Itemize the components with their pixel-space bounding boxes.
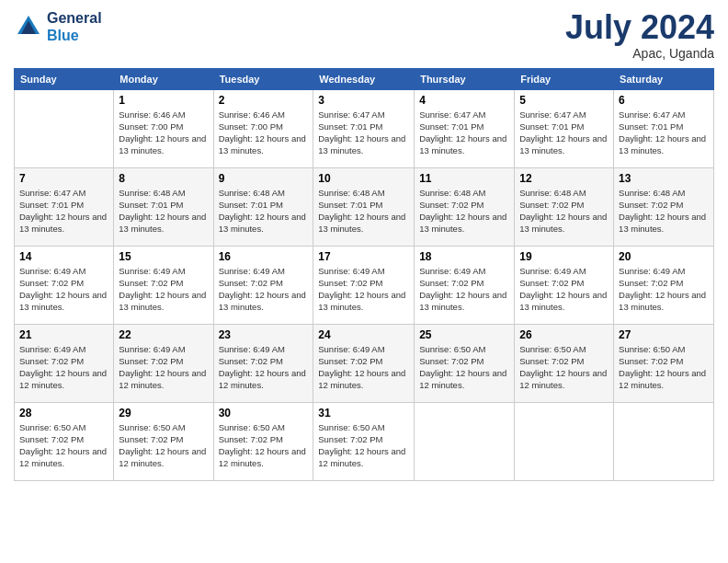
calendar-cell: 22Sunrise: 6:49 AMSunset: 7:02 PMDayligh… <box>114 324 213 402</box>
day-info: Sunrise: 6:49 AMSunset: 7:02 PMDaylight:… <box>219 343 309 392</box>
day-info: Sunrise: 6:46 AMSunset: 7:00 PMDaylight:… <box>119 109 208 157</box>
calendar-cell <box>515 402 614 480</box>
calendar-cell: 10Sunrise: 6:48 AMSunset: 7:01 PMDayligh… <box>313 167 415 246</box>
calendar-header-wednesday: Wednesday <box>313 68 415 89</box>
day-number: 30 <box>219 407 309 419</box>
calendar-cell: 9Sunrise: 6:48 AMSunset: 7:01 PMDaylight… <box>213 167 313 246</box>
day-info: Sunrise: 6:49 AMSunset: 7:02 PMDaylight:… <box>119 343 208 392</box>
day-info: Sunrise: 6:50 AMSunset: 7:02 PMDaylight:… <box>19 421 108 470</box>
day-info: Sunrise: 6:47 AMSunset: 7:01 PMDaylight:… <box>419 109 509 157</box>
day-number: 24 <box>318 328 409 341</box>
day-info: Sunrise: 6:47 AMSunset: 7:01 PMDaylight:… <box>318 109 409 157</box>
day-info: Sunrise: 6:49 AMSunset: 7:02 PMDaylight:… <box>219 265 309 314</box>
day-number: 2 <box>219 94 309 107</box>
day-number: 13 <box>619 172 709 185</box>
calendar-header-saturday: Saturday <box>614 68 714 89</box>
day-number: 3 <box>318 94 409 107</box>
day-number: 1 <box>119 94 208 107</box>
day-info: Sunrise: 6:47 AMSunset: 7:01 PMDaylight:… <box>519 109 609 157</box>
day-number: 12 <box>519 172 609 185</box>
day-info: Sunrise: 6:49 AMSunset: 7:02 PMDaylight:… <box>19 265 108 314</box>
calendar-week-4: 28Sunrise: 6:50 AMSunset: 7:02 PMDayligh… <box>15 402 714 480</box>
logo: General Blue <box>14 9 102 44</box>
day-number: 9 <box>219 172 309 185</box>
day-number: 31 <box>318 407 409 419</box>
day-number: 28 <box>19 407 108 419</box>
calendar-cell <box>614 402 714 480</box>
day-info: Sunrise: 6:48 AMSunset: 7:01 PMDaylight:… <box>318 187 409 236</box>
calendar-table: SundayMondayTuesdayWednesdayThursdayFrid… <box>14 68 714 481</box>
calendar-cell: 20Sunrise: 6:49 AMSunset: 7:02 PMDayligh… <box>614 246 714 324</box>
day-info: Sunrise: 6:47 AMSunset: 7:01 PMDaylight:… <box>19 187 108 236</box>
calendar-cell: 17Sunrise: 6:49 AMSunset: 7:02 PMDayligh… <box>313 246 415 324</box>
calendar-cell: 4Sunrise: 6:47 AMSunset: 7:01 PMDaylight… <box>415 89 515 167</box>
day-info: Sunrise: 6:46 AMSunset: 7:00 PMDaylight:… <box>219 109 309 157</box>
calendar-header-thursday: Thursday <box>415 68 515 89</box>
day-info: Sunrise: 6:49 AMSunset: 7:02 PMDaylight:… <box>419 265 509 314</box>
calendar-cell: 31Sunrise: 6:50 AMSunset: 7:02 PMDayligh… <box>313 402 415 480</box>
calendar-cell: 28Sunrise: 6:50 AMSunset: 7:02 PMDayligh… <box>15 402 114 480</box>
calendar-cell: 16Sunrise: 6:49 AMSunset: 7:02 PMDayligh… <box>213 246 313 324</box>
subtitle: Apac, Uganda <box>565 46 714 61</box>
calendar-cell: 18Sunrise: 6:49 AMSunset: 7:02 PMDayligh… <box>415 246 515 324</box>
header: General Blue July 2024 Apac, Uganda <box>14 9 714 61</box>
calendar-cell: 25Sunrise: 6:50 AMSunset: 7:02 PMDayligh… <box>415 324 515 402</box>
calendar-cell: 6Sunrise: 6:47 AMSunset: 7:01 PMDaylight… <box>614 89 714 167</box>
calendar-cell: 11Sunrise: 6:48 AMSunset: 7:02 PMDayligh… <box>415 167 515 246</box>
day-number: 14 <box>19 250 108 263</box>
logo-icon <box>14 12 43 41</box>
day-info: Sunrise: 6:48 AMSunset: 7:02 PMDaylight:… <box>419 187 509 236</box>
calendar-cell: 27Sunrise: 6:50 AMSunset: 7:02 PMDayligh… <box>614 324 714 402</box>
day-number: 19 <box>519 250 609 263</box>
day-number: 8 <box>119 172 208 185</box>
calendar-header-sunday: Sunday <box>15 68 114 89</box>
calendar-cell: 29Sunrise: 6:50 AMSunset: 7:02 PMDayligh… <box>114 402 213 480</box>
calendar-header-friday: Friday <box>515 68 614 89</box>
calendar-cell: 21Sunrise: 6:49 AMSunset: 7:02 PMDayligh… <box>15 324 114 402</box>
calendar-header-monday: Monday <box>114 68 213 89</box>
day-number: 7 <box>19 172 108 185</box>
day-info: Sunrise: 6:49 AMSunset: 7:02 PMDaylight:… <box>519 265 609 314</box>
day-info: Sunrise: 6:49 AMSunset: 7:02 PMDaylight:… <box>318 265 409 314</box>
day-number: 21 <box>19 328 108 341</box>
day-info: Sunrise: 6:50 AMSunset: 7:02 PMDaylight:… <box>219 421 309 470</box>
day-info: Sunrise: 6:47 AMSunset: 7:01 PMDaylight:… <box>619 109 709 157</box>
day-number: 16 <box>219 250 309 263</box>
day-info: Sunrise: 6:50 AMSunset: 7:02 PMDaylight:… <box>519 343 609 392</box>
day-number: 17 <box>318 250 409 263</box>
day-number: 10 <box>318 172 409 185</box>
calendar-cell: 8Sunrise: 6:48 AMSunset: 7:01 PMDaylight… <box>114 167 213 246</box>
calendar-cell: 7Sunrise: 6:47 AMSunset: 7:01 PMDaylight… <box>15 167 114 246</box>
calendar-cell: 15Sunrise: 6:49 AMSunset: 7:02 PMDayligh… <box>114 246 213 324</box>
day-number: 23 <box>219 328 309 341</box>
calendar-cell: 3Sunrise: 6:47 AMSunset: 7:01 PMDaylight… <box>313 89 415 167</box>
calendar-week-0: 1Sunrise: 6:46 AMSunset: 7:00 PMDaylight… <box>15 89 714 167</box>
calendar-cell: 5Sunrise: 6:47 AMSunset: 7:01 PMDaylight… <box>515 89 614 167</box>
calendar-cell: 12Sunrise: 6:48 AMSunset: 7:02 PMDayligh… <box>515 167 614 246</box>
day-info: Sunrise: 6:50 AMSunset: 7:02 PMDaylight:… <box>619 343 709 392</box>
logo-text: General Blue <box>47 9 102 44</box>
calendar-cell: 19Sunrise: 6:49 AMSunset: 7:02 PMDayligh… <box>515 246 614 324</box>
day-number: 29 <box>119 407 208 419</box>
calendar-cell: 26Sunrise: 6:50 AMSunset: 7:02 PMDayligh… <box>515 324 614 402</box>
day-number: 25 <box>419 328 509 341</box>
calendar-cell: 23Sunrise: 6:49 AMSunset: 7:02 PMDayligh… <box>213 324 313 402</box>
calendar-cell: 30Sunrise: 6:50 AMSunset: 7:02 PMDayligh… <box>213 402 313 480</box>
day-info: Sunrise: 6:49 AMSunset: 7:02 PMDaylight:… <box>619 265 709 314</box>
day-number: 15 <box>119 250 208 263</box>
calendar-cell: 14Sunrise: 6:49 AMSunset: 7:02 PMDayligh… <box>15 246 114 324</box>
calendar-cell: 2Sunrise: 6:46 AMSunset: 7:00 PMDaylight… <box>213 89 313 167</box>
day-info: Sunrise: 6:48 AMSunset: 7:02 PMDaylight:… <box>519 187 609 236</box>
calendar-cell <box>15 89 114 167</box>
calendar-cell <box>415 402 515 480</box>
day-number: 18 <box>419 250 509 263</box>
day-number: 20 <box>619 250 709 263</box>
day-info: Sunrise: 6:49 AMSunset: 7:02 PMDaylight:… <box>19 343 108 392</box>
calendar-cell: 13Sunrise: 6:48 AMSunset: 7:02 PMDayligh… <box>614 167 714 246</box>
day-number: 11 <box>419 172 509 185</box>
day-number: 6 <box>619 94 709 107</box>
day-info: Sunrise: 6:50 AMSunset: 7:02 PMDaylight:… <box>318 421 409 470</box>
day-number: 5 <box>519 94 609 107</box>
day-info: Sunrise: 6:49 AMSunset: 7:02 PMDaylight:… <box>318 343 409 392</box>
day-number: 27 <box>619 328 709 341</box>
